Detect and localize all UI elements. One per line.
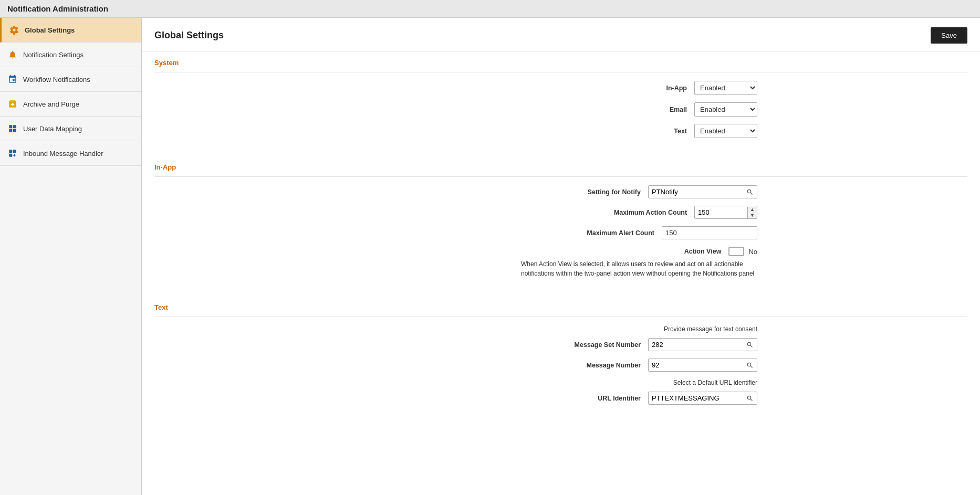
text-label: Text <box>582 128 687 135</box>
email-select[interactable]: Enabled Disabled <box>694 102 757 117</box>
maximum-action-count-input[interactable] <box>695 206 747 218</box>
gear-icon <box>9 25 19 35</box>
sidebar-item-inbound-message-handler[interactable]: Inbound Message Handler <box>0 141 141 166</box>
in-app-section-title: In-App <box>154 156 967 177</box>
content-header: Global Settings Save <box>142 18 980 51</box>
search-icon <box>746 188 754 196</box>
save-button[interactable]: Save <box>931 27 967 44</box>
sidebar-item-label-workflow-notifications: Workflow Notifications <box>23 76 90 83</box>
text-section: Text Provide message for text consent Me… <box>142 296 980 423</box>
maximum-action-count-row: Maximum Action Count ▲ ▼ <box>154 206 967 219</box>
message-set-number-label: Message Set Number <box>536 341 641 349</box>
url-identifier-row: URL Identifier <box>154 392 967 405</box>
page-title: Global Settings <box>154 30 224 41</box>
search-icon <box>746 395 754 402</box>
text-section-title: Text <box>154 296 967 317</box>
maximum-alert-count-input[interactable] <box>662 226 757 239</box>
setting-for-notify-field <box>648 185 757 198</box>
url-identifier-search-button[interactable] <box>743 393 757 404</box>
email-row: Email Enabled Disabled <box>154 102 967 117</box>
message-set-number-row: Message Set Number <box>154 338 967 351</box>
in-app-select[interactable]: Enabled Disabled <box>694 81 757 95</box>
setting-for-notify-row: Setting for Notify <box>154 185 967 198</box>
bell-icon <box>7 49 18 60</box>
message-set-number-field <box>648 338 757 351</box>
spinner-up-button[interactable]: ▲ <box>748 207 757 213</box>
inbound-icon <box>7 148 18 159</box>
action-view-checkbox[interactable] <box>728 247 744 256</box>
setting-for-notify-input[interactable] <box>649 186 743 198</box>
url-identifier-input[interactable] <box>649 392 743 404</box>
provide-message-helper: Provide message for text consent <box>664 325 757 333</box>
workflow-icon <box>7 74 18 85</box>
sidebar-item-label-archive-and-purge: Archive and Purge <box>23 100 79 108</box>
spinner-buttons: ▲ ▼ <box>747 207 757 218</box>
in-app-label: In-App <box>582 85 687 92</box>
spinner-down-button[interactable]: ▼ <box>748 213 757 218</box>
message-set-number-search-button[interactable] <box>743 339 757 351</box>
mapping-icon <box>7 123 18 134</box>
message-number-input[interactable] <box>649 359 743 371</box>
text-select[interactable]: Enabled Disabled <box>694 124 757 138</box>
maximum-alert-count-row: Maximum Alert Count <box>154 226 967 239</box>
maximum-action-count-field: ▲ ▼ <box>694 206 757 219</box>
sidebar-item-workflow-notifications[interactable]: Workflow Notifications <box>0 67 141 92</box>
action-view-description: When Action View is selected, it allows … <box>521 259 757 278</box>
action-view-row: Action View No <box>154 247 967 256</box>
url-identifier-label: URL Identifier <box>536 395 641 402</box>
text-row: Text Enabled Disabled <box>154 124 967 138</box>
search-icon <box>746 341 754 349</box>
sidebar-item-label-inbound-message-handler: Inbound Message Handler <box>23 150 103 157</box>
message-number-row: Message Number <box>154 359 967 372</box>
sidebar-item-label-notification-settings: Notification Settings <box>23 51 84 59</box>
search-icon <box>746 362 754 369</box>
action-view-toggle-container: No <box>728 247 757 256</box>
app-header: Notification Administration <box>0 0 980 18</box>
sidebar-item-user-data-mapping[interactable]: User Data Mapping <box>0 117 141 141</box>
message-number-label: Message Number <box>536 362 641 369</box>
sidebar-item-notification-settings[interactable]: Notification Settings <box>0 43 141 67</box>
sidebar-item-archive-and-purge[interactable]: Archive and Purge <box>0 92 141 117</box>
message-number-search-button[interactable] <box>743 360 757 371</box>
select-url-helper-row: Select a Default URL identifier <box>154 379 967 386</box>
provide-message-helper-row: Provide message for text consent <box>154 325 967 333</box>
message-number-field <box>648 359 757 372</box>
system-section: System In-App Enabled Disabled Email Ena… <box>142 51 980 156</box>
main-content: Global Settings Save System In-App Enabl… <box>142 18 980 495</box>
action-view-label: Action View <box>616 248 721 255</box>
setting-for-notify-label: Setting for Notify <box>536 188 641 196</box>
in-app-section: In-App Setting for Notify Maximum Action… <box>142 156 980 296</box>
maximum-action-count-label: Maximum Action Count <box>582 209 687 216</box>
email-label: Email <box>582 106 687 113</box>
sidebar-item-label-global-settings: Global Settings <box>25 26 75 34</box>
setting-for-notify-search-button[interactable] <box>743 186 757 198</box>
action-view-description-row: When Action View is selected, it allows … <box>154 259 967 278</box>
sidebar-item-global-settings[interactable]: Global Settings <box>0 18 141 43</box>
app-title: Notification Administration <box>7 4 108 13</box>
system-section-title: System <box>154 51 967 72</box>
select-url-helper: Select a Default URL identifier <box>673 379 757 386</box>
archive-icon <box>7 99 18 109</box>
sidebar: Global Settings Notification Settings Wo… <box>0 18 142 495</box>
action-view-no-text: No <box>748 248 757 256</box>
in-app-row: In-App Enabled Disabled <box>154 81 967 95</box>
message-set-number-input[interactable] <box>649 339 743 351</box>
maximum-alert-count-label: Maximum Alert Count <box>549 229 654 237</box>
sidebar-item-label-user-data-mapping: User Data Mapping <box>23 125 82 133</box>
url-identifier-field <box>648 392 757 405</box>
